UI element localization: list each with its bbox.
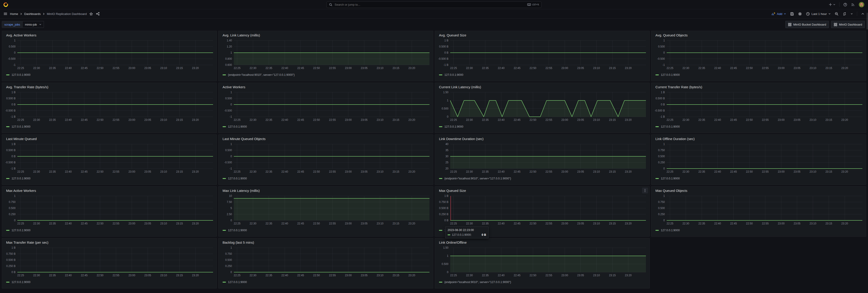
menu-icon[interactable]	[4, 12, 7, 15]
panel-title[interactable]: Current Transfer Rate (bytes/s)	[654, 84, 864, 90]
legend-item[interactable]: 127.0.0.1:9000	[221, 226, 431, 235]
dashboard-settings-icon[interactable]	[798, 12, 802, 16]
svg-text:22:55: 22:55	[762, 222, 769, 225]
panel-title[interactable]: Link Online/Offline	[437, 239, 647, 246]
svg-text:22:35: 22:35	[482, 170, 489, 173]
zoom-out-icon[interactable]	[835, 12, 839, 16]
panel-title[interactable]: Max Link Latency (millis)	[221, 188, 431, 194]
legend-color-dash	[439, 178, 442, 179]
panel-title[interactable]: Max Queued Size	[437, 188, 647, 194]
svg-text:22:25: 22:25	[17, 118, 24, 122]
time-range-picker[interactable]: Last 1 hour	[806, 12, 831, 16]
time-series-chart[interactable]: 22:2522:3022:3522:4022:4522:5022:5523:00…	[437, 142, 647, 174]
grafana-logo[interactable]	[3, 2, 8, 7]
panel-menu-button[interactable]	[642, 188, 648, 193]
refresh-interval-dropdown[interactable]	[850, 13, 853, 15]
star-icon[interactable]	[89, 12, 93, 15]
legend-item[interactable]: 127.0.0.1:9000	[4, 278, 214, 287]
share-icon[interactable]	[96, 12, 100, 15]
legend-item[interactable]: {endpoint="localhost:9010", server="127.…	[437, 174, 647, 183]
breadcrumb-dashboards[interactable]: Dashboards	[24, 12, 41, 15]
time-series-chart[interactable]: 22:2522:3022:3522:4022:4522:5022:5523:00…	[4, 246, 214, 278]
save-dashboard-icon[interactable]	[790, 12, 794, 16]
panel-title[interactable]: Max Queued Objects	[654, 188, 864, 194]
legend-item[interactable]: 127.0.0.1:9000	[4, 226, 214, 235]
variable-value-dropdown[interactable]: minio-job	[23, 21, 44, 28]
time-series-chart[interactable]: 22:2522:3022:3522:4022:4522:5022:5523:00…	[437, 246, 647, 278]
legend-item[interactable]: 127.0.0.1:9000	[221, 174, 431, 183]
time-series-chart[interactable]: 22:2522:3022:3522:4022:4522:5022:5523:00…	[4, 38, 214, 70]
link-minio-bucket-dashboard[interactable]: MinIO Bucket Dashboard	[785, 21, 829, 28]
panel-title[interactable]: Avg. Link Latency (millis)	[221, 32, 431, 38]
time-series-chart[interactable]: 22:2522:3022:3522:4022:4522:5022:5523:00…	[221, 142, 431, 174]
help-button[interactable]	[843, 3, 847, 6]
time-series-chart[interactable]: 22:2522:3022:3522:4022:4522:5022:5523:00…	[437, 38, 647, 70]
search-input[interactable]	[334, 3, 525, 6]
svg-text:22:50: 22:50	[97, 170, 103, 173]
time-series-chart[interactable]: 22:2522:3022:3522:4022:4522:5022:5523:00…	[221, 246, 431, 278]
panel: Max Active Workers 22:2522:3022:3522:402…	[2, 186, 217, 237]
time-series-chart[interactable]: 22:2522:3022:3522:4022:4522:5022:5523:00…	[221, 90, 431, 122]
legend-item[interactable]: 127.0.0.1:9000	[221, 122, 431, 131]
svg-text:0.500: 0.500	[442, 107, 448, 110]
time-series-chart[interactable]: 22:2522:3022:3522:4022:4522:5022:5523:00…	[437, 194, 647, 226]
legend-item[interactable]: 127.0.0.1:9000	[437, 70, 647, 79]
panel-title[interactable]: Avg. Queued Size	[437, 32, 647, 38]
collapse-header-icon[interactable]	[861, 12, 864, 15]
news-button[interactable]	[851, 3, 855, 6]
legend-item[interactable]: 127.0.0.1:9000	[4, 70, 214, 79]
svg-text:22:50: 22:50	[313, 170, 320, 173]
time-series-chart[interactable]: 22:2522:3022:3522:4022:4522:5022:5523:00…	[4, 90, 214, 122]
new-button[interactable]	[829, 3, 835, 6]
legend-item[interactable]: 127.0.0.1:9000	[654, 70, 864, 79]
scrollbar-thumb[interactable]	[867, 13, 868, 29]
time-series-chart[interactable]: 22:2522:3022:3522:4022:4522:5022:5523:00…	[654, 194, 864, 226]
svg-text:23:00: 23:00	[561, 118, 568, 122]
svg-text:22:25: 22:25	[234, 118, 241, 122]
time-series-chart[interactable]: 22:2522:3022:3522:4022:4522:5022:5523:00…	[437, 90, 647, 122]
svg-text:22:30: 22:30	[682, 222, 689, 225]
panel-title[interactable]: Last Minute Queued Objects	[221, 136, 431, 142]
panel-title[interactable]: Max Active Workers	[4, 188, 214, 194]
tooltip-series-row: 127.0.0.1:9000: 0 B	[447, 233, 486, 236]
svg-text:22:30: 22:30	[33, 118, 40, 122]
panel-title[interactable]: Current Link Latency (millis)	[437, 84, 647, 90]
time-series-chart[interactable]: 22:2522:3022:3522:4022:4522:5022:5523:00…	[221, 194, 431, 226]
legend-color-dash	[6, 126, 9, 127]
svg-text:23:20: 23:20	[841, 118, 848, 122]
panel-title[interactable]: Avg. Transfer Rate (bytes/s)	[4, 84, 214, 90]
legend-item[interactable]: 127.0.0.1:9000	[221, 278, 431, 287]
breadcrumb-home[interactable]: Home	[10, 12, 18, 15]
time-series-chart[interactable]: 22:2522:3022:3522:4022:4522:5022:5523:00…	[4, 194, 214, 226]
time-series-chart[interactable]: 22:2522:3022:3522:4022:4522:5022:5523:00…	[4, 142, 214, 174]
legend-item[interactable]: 127.0.0.1:9000	[437, 122, 647, 131]
variable-label[interactable]: scrape_jobs	[2, 21, 23, 28]
time-series-chart[interactable]: 22:2522:3022:3522:4022:4522:5022:5523:00…	[654, 38, 864, 70]
legend-item[interactable]: 127.0.0.1:9000	[4, 122, 214, 131]
panel-title[interactable]: Backlog (last 5 mins)	[221, 239, 431, 246]
legend-color-dash	[222, 74, 226, 75]
panel-title[interactable]: Max Transfer Rate (per sec)	[4, 239, 214, 246]
svg-text:-0.500 B: -0.500 B	[5, 161, 16, 164]
refresh-icon[interactable]	[843, 12, 846, 16]
time-series-chart[interactable]: 22:2522:3022:3522:4022:4522:5022:5523:00…	[221, 38, 431, 70]
legend-item[interactable]: 127.0.0.1:9000	[654, 226, 864, 235]
panel-title[interactable]: Active Workers	[221, 84, 431, 90]
panel-title[interactable]: Avg. Queued Objects	[654, 32, 864, 38]
time-series-chart[interactable]: 22:2522:3022:3522:4022:4522:5022:5523:00…	[654, 90, 864, 122]
search-box[interactable]: ctrl+k	[327, 1, 541, 8]
add-button[interactable]: Add	[771, 12, 786, 16]
panel-title[interactable]: Last Minute Queued	[4, 136, 214, 142]
panel-title[interactable]: Avg. Active Workers	[4, 32, 214, 38]
time-series-chart[interactable]: 22:2522:3022:3522:4022:4522:5022:5523:00…	[654, 142, 864, 174]
panel-title[interactable]: Link Offline Duration (sec)	[654, 136, 864, 142]
legend-item[interactable]: 127.0.0.1:9000	[654, 174, 864, 183]
svg-text:22:30: 22:30	[33, 67, 40, 70]
link-minio-dashboard[interactable]: MinIO Dashboard	[831, 21, 865, 28]
avatar[interactable]	[859, 2, 864, 7]
legend-item[interactable]: 127.0.0.1:9000	[4, 174, 214, 183]
panel-title[interactable]: Link Downtime Duration (sec)	[437, 136, 647, 142]
legend-item[interactable]: {endpoint="localhost:9010", server="127.…	[221, 70, 431, 79]
legend-item[interactable]: 127.0.0.1:9000	[654, 122, 864, 131]
legend-item[interactable]: {endpoint="localhost:9010", server="127.…	[437, 278, 647, 287]
